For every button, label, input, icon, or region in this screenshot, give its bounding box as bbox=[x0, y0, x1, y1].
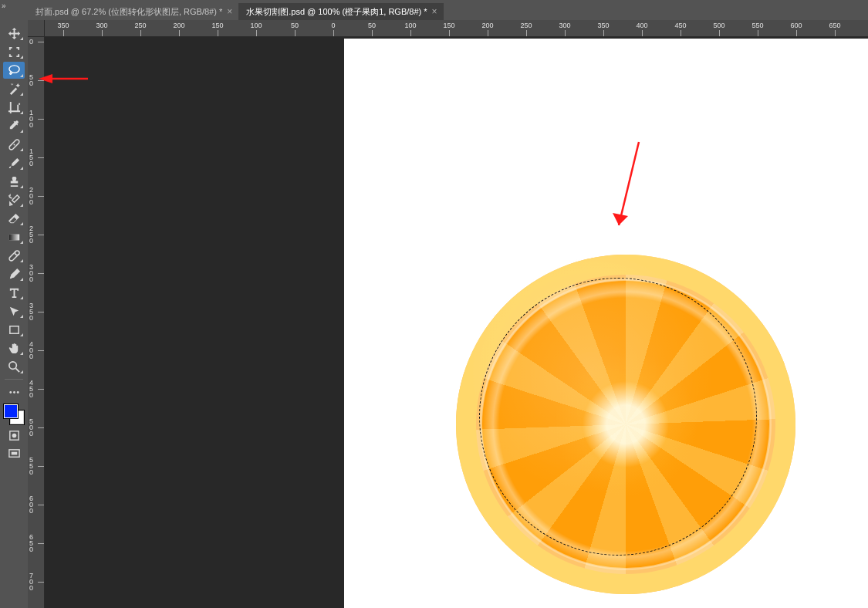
horizontal-ruler[interactable]: 3503002502001501005005010015020025030035… bbox=[45, 20, 868, 37]
svg-rect-4 bbox=[9, 326, 18, 333]
gradient-tool[interactable] bbox=[3, 228, 25, 245]
foreground-color-swatch[interactable] bbox=[4, 404, 18, 418]
svg-point-10 bbox=[12, 433, 16, 437]
hand-tool[interactable] bbox=[3, 339, 25, 356]
svg-point-7 bbox=[13, 391, 15, 394]
svg-point-0 bbox=[13, 144, 15, 145]
brush-tool[interactable] bbox=[3, 154, 25, 171]
svg-point-5 bbox=[8, 361, 15, 368]
toolbox bbox=[0, 20, 28, 608]
document-tab-1[interactable]: 封面.psd @ 67.2% (位图转化形状图层, RGB/8#) * × bbox=[28, 3, 238, 20]
svg-marker-16 bbox=[39, 74, 52, 83]
annotation-arrow-canvas bbox=[608, 139, 647, 239]
document-tab-2[interactable]: 水果切割图.psd @ 100% (橙子果肉1, RGB/8#) * × bbox=[238, 3, 443, 20]
expand-panels-icon[interactable]: » bbox=[2, 2, 6, 10]
edit-toolbar-button[interactable] bbox=[3, 383, 25, 400]
zoom-tool[interactable] bbox=[3, 358, 25, 375]
history-brush-tool[interactable] bbox=[3, 191, 25, 208]
pen-tool[interactable] bbox=[3, 265, 25, 282]
rectangular-marquee-tool[interactable] bbox=[3, 43, 25, 60]
rectangle-shape-tool[interactable] bbox=[3, 321, 25, 338]
vertical-ruler[interactable]: 0501001502002503003504004505005506006507… bbox=[28, 37, 45, 608]
svg-line-13 bbox=[619, 142, 639, 225]
crop-tool[interactable] bbox=[3, 99, 25, 116]
ruler-origin-box[interactable] bbox=[28, 20, 45, 37]
move-tool[interactable] bbox=[3, 25, 25, 42]
quick-mask-toggle[interactable] bbox=[3, 427, 25, 444]
close-icon[interactable]: × bbox=[227, 3, 232, 20]
svg-point-6 bbox=[9, 391, 12, 394]
document-tab-1-label: 封面.psd @ 67.2% (位图转化形状图层, RGB/8#) * bbox=[35, 3, 222, 20]
healing-brush-tool[interactable] bbox=[3, 136, 25, 153]
magic-wand-tool[interactable] bbox=[3, 80, 25, 97]
svg-rect-2 bbox=[8, 234, 19, 240]
path-selection-tool[interactable] bbox=[3, 302, 25, 319]
document-canvas[interactable] bbox=[344, 39, 868, 608]
work-area: 3503002502001501005005010015020025030035… bbox=[28, 20, 868, 608]
svg-marker-14 bbox=[613, 213, 628, 225]
svg-point-8 bbox=[16, 391, 19, 394]
type-tool[interactable] bbox=[3, 284, 25, 301]
lasso-tool[interactable] bbox=[3, 62, 25, 79]
eyedropper-tool[interactable] bbox=[3, 117, 25, 134]
eraser-tool[interactable] bbox=[3, 210, 25, 227]
color-wells[interactable] bbox=[3, 404, 25, 425]
annotation-arrow-toolbox bbox=[37, 73, 91, 85]
lasso-selection-marquee bbox=[479, 278, 757, 556]
svg-point-3 bbox=[15, 250, 19, 255]
dodge-tool[interactable] bbox=[3, 247, 25, 264]
canvas-viewport[interactable] bbox=[45, 37, 868, 608]
close-icon[interactable]: × bbox=[432, 3, 437, 20]
svg-rect-12 bbox=[11, 451, 17, 454]
document-tabs-bar: 封面.psd @ 67.2% (位图转化形状图层, RGB/8#) * × 水果… bbox=[28, 3, 868, 20]
document-tab-2-label: 水果切割图.psd @ 100% (橙子果肉1, RGB/8#) * bbox=[246, 3, 427, 20]
screen-mode-toggle[interactable] bbox=[3, 445, 25, 462]
clone-stamp-tool[interactable] bbox=[3, 173, 25, 190]
